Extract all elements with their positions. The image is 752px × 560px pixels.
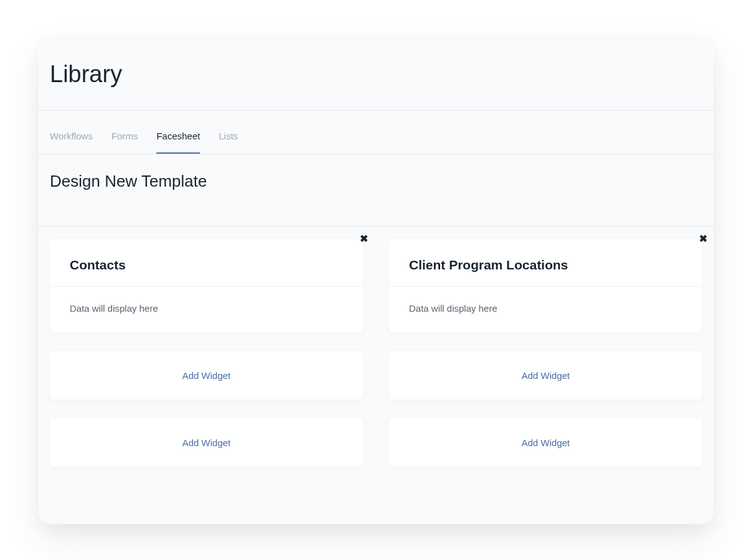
- widget-title: Client Program Locations: [409, 258, 682, 273]
- section-title: Design New Template: [39, 154, 713, 226]
- widget-header: Client Program Locations: [389, 239, 702, 287]
- add-widget-button[interactable]: Add Widget: [50, 418, 363, 467]
- close-icon[interactable]: ✖: [699, 234, 707, 244]
- main-panel: Library Workflows Forms Facesheet Lists …: [39, 36, 713, 524]
- widget-body: Data will display here: [50, 287, 363, 332]
- add-widget-button[interactable]: Add Widget: [389, 418, 702, 467]
- widgets-area: ✖ Contacts Data will display here Add Wi…: [39, 226, 713, 467]
- widget-header: Contacts: [50, 239, 363, 287]
- right-column: ✖ Client Program Locations Data will dis…: [389, 239, 702, 467]
- page-header: Library: [39, 36, 713, 111]
- widget-title: Contacts: [70, 258, 343, 273]
- tab-forms[interactable]: Forms: [111, 131, 138, 154]
- tab-workflows[interactable]: Workflows: [50, 131, 93, 154]
- tabs: Workflows Forms Facesheet Lists: [39, 111, 713, 154]
- add-widget-label: Add Widget: [182, 437, 231, 448]
- close-icon[interactable]: ✖: [360, 234, 368, 244]
- widget-client-program-locations: ✖ Client Program Locations Data will dis…: [389, 239, 702, 332]
- left-column: ✖ Contacts Data will display here Add Wi…: [50, 239, 363, 467]
- tab-facesheet[interactable]: Facesheet: [156, 131, 200, 154]
- tabs-container: Workflows Forms Facesheet Lists: [39, 111, 713, 154]
- widget-contacts: ✖ Contacts Data will display here: [50, 239, 363, 332]
- add-widget-label: Add Widget: [182, 370, 231, 381]
- add-widget-label: Add Widget: [522, 370, 570, 381]
- tab-lists[interactable]: Lists: [219, 131, 238, 154]
- add-widget-label: Add Widget: [522, 437, 570, 448]
- page-title: Library: [50, 61, 702, 88]
- widget-body: Data will display here: [389, 287, 702, 332]
- add-widget-button[interactable]: Add Widget: [50, 351, 363, 399]
- add-widget-button[interactable]: Add Widget: [389, 351, 702, 399]
